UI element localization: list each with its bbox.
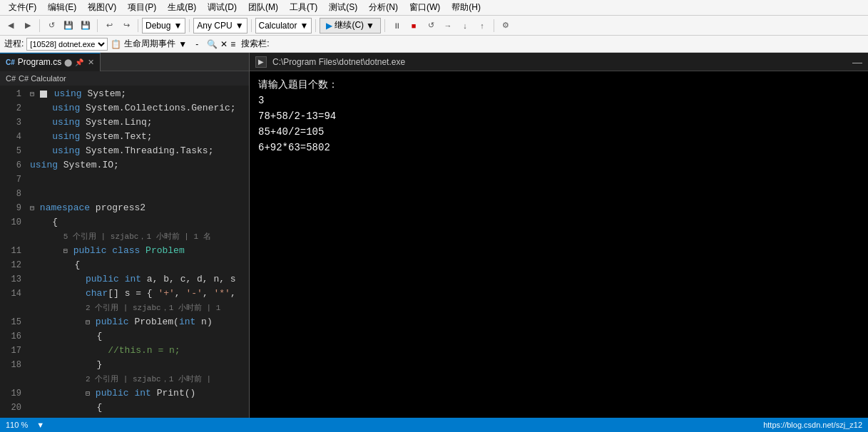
thread-label: -: [195, 39, 198, 49]
filter-icon2: ✕: [220, 39, 228, 49]
terminal-content[interactable]: 请输入题目个数： 3 78+58/2-13=94 85+40/2=105 6+9…: [250, 71, 868, 418]
solution-path-bar: C# C# Calculator: [0, 71, 249, 86]
toolbar-sep-8: [494, 19, 494, 32]
tab-modified-icon: ⬤: [64, 58, 72, 66]
tab-bar: C# Program.cs ⬤ 📌 ✕: [0, 53, 249, 71]
code-line-19: ⊟ public int Print(): [27, 386, 249, 401]
code-line-17: //this.n = n;: [27, 344, 249, 358]
menu-build[interactable]: 生成(B): [162, 0, 202, 15]
toolbar: ◀ ▶ ↺ 💾 💾 ↩ ↪ Debug ▼ Any CPU ▼ Calculat…: [0, 16, 868, 36]
code-line-2: using System.Collections.Generic;: [27, 101, 249, 115]
continue-button[interactable]: ▶ 继续(C) ▼: [320, 18, 381, 34]
collapse-11[interactable]: ⊟: [63, 247, 68, 255]
collapse-9[interactable]: ⊟: [30, 205, 34, 212]
process-bar: 进程: [10528] dotnet.exe 📋 生命周期事件 ▼ - 🔍 ✕ …: [0, 36, 868, 53]
status-url: https://blog.csdn.net/szj_z12: [763, 421, 862, 429]
code-line-10: {: [27, 215, 249, 230]
terminal-title: C:\Program Files\dotnet\dotnet.exe: [272, 57, 405, 67]
toolbar-sep-1: [39, 19, 40, 32]
collapse-1[interactable]: ⊟: [30, 91, 34, 98]
terminal-header: ▶ C:\Program Files\dotnet\dotnet.exe —: [250, 53, 868, 71]
app-dropdown[interactable]: Calculator ▼: [255, 18, 312, 34]
menu-test[interactable]: 测试(S): [323, 0, 363, 15]
tab-close-icon[interactable]: ✕: [88, 58, 94, 67]
menu-window[interactable]: 窗口(W): [404, 0, 446, 15]
terminal-panel: ▶ C:\Program Files\dotnet\dotnet.exe — 请…: [250, 53, 868, 418]
terminal-title-icon: ▶: [255, 56, 267, 68]
toolbar-sep-6: [315, 19, 316, 32]
forward-button[interactable]: ▶: [20, 18, 36, 34]
code-line-21: Random random = new Ran: [27, 415, 249, 418]
toolbar-sep-2: [97, 19, 98, 32]
zoom-level[interactable]: 110 %: [6, 421, 28, 429]
tab-filename: Program.cs: [18, 57, 61, 67]
main-area: C# Program.cs ⬤ 📌 ✕ C# C# Calculator 1 2…: [0, 53, 868, 418]
code-line-11: ⊟ public class Problem: [27, 244, 249, 258]
terminal-line-3: 78+58/2-13=94: [258, 108, 859, 124]
menu-analyze[interactable]: 分析(N): [363, 0, 404, 15]
menu-edit[interactable]: 编辑(E): [42, 0, 82, 15]
code-line-15: ⊟ public Problem(int n): [27, 315, 249, 329]
more-tools-button[interactable]: ⚙: [498, 18, 514, 34]
cpu-config-dropdown[interactable]: Any CPU ▼: [193, 18, 247, 34]
filter-icon3: ≡: [230, 39, 235, 49]
menu-file[interactable]: 文件(F): [3, 0, 42, 15]
line-numbers: 1 2 3 4 5 6 7 8 9 10 11 12 13 14 15 16 1…: [0, 86, 27, 418]
code-line-6: using System.IO;: [27, 158, 249, 173]
stop-button[interactable]: ■: [406, 18, 422, 34]
solution-icon: C#: [6, 74, 16, 83]
menu-project[interactable]: 项目(P): [122, 0, 162, 15]
refresh-button[interactable]: ↺: [44, 18, 59, 34]
code-line-1: ⊟ using System;: [27, 87, 249, 101]
toolbar-sep-5: [251, 19, 252, 32]
status-right: https://blog.csdn.net/szj_z12: [763, 421, 862, 429]
terminal-line-4: 85+40/2=105: [258, 124, 859, 140]
step-over-button[interactable]: →: [440, 18, 456, 34]
menu-bar: 文件(F) 编辑(E) 视图(V) 项目(P) 生成(B) 调试(D) 团队(M…: [0, 0, 868, 16]
menu-debug[interactable]: 调试(D): [202, 0, 242, 15]
code-panel: C# Program.cs ⬤ 📌 ✕ C# C# Calculator 1 2…: [0, 53, 250, 418]
app-arrow: ▼: [300, 21, 309, 31]
undo-button[interactable]: ↩: [101, 18, 117, 34]
code-line-20: {: [27, 401, 249, 415]
pause-button[interactable]: ⏸: [389, 18, 404, 34]
tab-program-cs[interactable]: C# Program.cs ⬤ 📌 ✕: [0, 53, 101, 71]
lifecycle-icon: 📋: [111, 39, 121, 49]
terminal-line-5: 6+92*63=5802: [258, 140, 859, 155]
process-label: 进程:: [4, 38, 24, 50]
terminal-minimize-button[interactable]: —: [852, 56, 862, 68]
breakpoint-indicator-1: [40, 91, 47, 98]
collapse-15[interactable]: ⊟: [86, 319, 90, 326]
save-all-button[interactable]: 💾: [78, 18, 93, 34]
toolbar-sep-3: [138, 19, 138, 32]
tab-cs-icon: C#: [6, 58, 15, 66]
search-bar-label: 搜索栏:: [241, 38, 269, 50]
menu-tools[interactable]: 工具(T): [284, 0, 323, 15]
tab-pin-icon[interactable]: 📌: [75, 58, 83, 66]
restart-button[interactable]: ↺: [423, 18, 439, 34]
menu-help[interactable]: 帮助(H): [446, 0, 486, 15]
process-select[interactable]: [10528] dotnet.exe: [26, 38, 108, 51]
menu-team[interactable]: 团队(M): [242, 0, 284, 15]
code-lines-area: ⊟ using System; using System.Collections…: [27, 86, 249, 418]
back-button[interactable]: ◀: [3, 18, 19, 34]
ref-line-1: 5 个引用 | szjabc，1 小时前 | 1 名: [27, 230, 249, 244]
code-line-4: using System.Text;: [27, 130, 249, 144]
cpu-config-arrow: ▼: [235, 21, 244, 31]
code-line-16: {: [27, 329, 249, 344]
code-content[interactable]: 1 2 3 4 5 6 7 8 9 10 11 12 13 14 15 16 1…: [0, 86, 249, 418]
code-line-12: {: [27, 258, 249, 272]
ref-line-2: 2 个引用 | szjabc，1 小时前 | 1: [27, 301, 249, 315]
collapse-19[interactable]: ⊟: [86, 390, 90, 398]
redo-button[interactable]: ↪: [118, 18, 134, 34]
zoom-icon: ▼: [36, 421, 44, 429]
menu-view[interactable]: 视图(V): [82, 0, 122, 15]
cpu-config-label: Any CPU: [197, 21, 232, 31]
debug-config-dropdown[interactable]: Debug ▼: [142, 18, 185, 34]
terminal-line-1: 请输入题目个数：: [258, 77, 859, 93]
step-out-button[interactable]: ↑: [474, 18, 490, 34]
toolbar-sep-4: [189, 19, 190, 32]
save-button[interactable]: 💾: [61, 18, 76, 34]
step-into-button[interactable]: ↓: [457, 18, 473, 34]
code-line-14: char[] s = { '+', '-', '*',: [27, 287, 249, 301]
